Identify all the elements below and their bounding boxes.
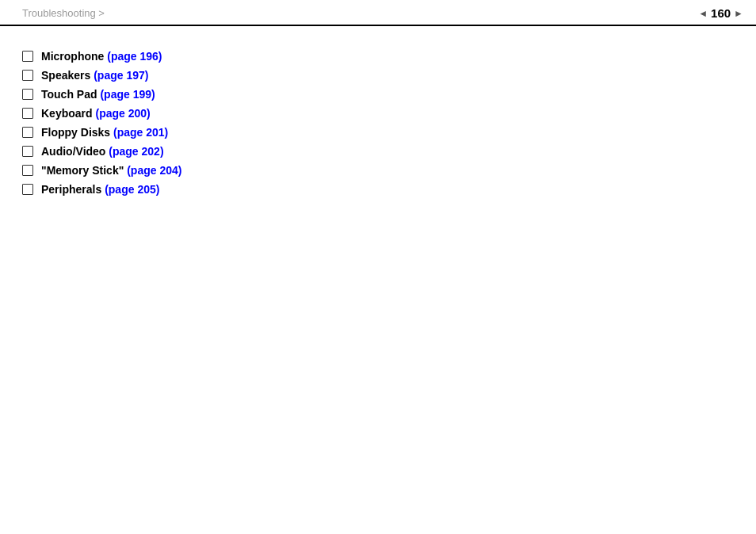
- item-page-link[interactable]: (page 200): [95, 107, 150, 120]
- checkbox-icon: [22, 127, 33, 138]
- item-label: Floppy Disks (page 201): [41, 126, 168, 139]
- item-label: Audio/Video (page 202): [41, 145, 164, 158]
- page-header: Troubleshooting > ◄ 160 ►: [0, 0, 756, 26]
- next-page-arrow-icon: ►: [734, 8, 743, 19]
- list-item: Keyboard (page 200): [22, 107, 734, 120]
- list-item: Speakers (page 197): [22, 69, 734, 82]
- list-item: Floppy Disks (page 201): [22, 126, 734, 139]
- checkbox-icon: [22, 51, 33, 62]
- item-label: Keyboard (page 200): [41, 107, 151, 120]
- list-item: Touch Pad (page 199): [22, 88, 734, 101]
- page-number: 160: [711, 6, 731, 20]
- item-label: Peripherals (page 205): [41, 183, 159, 196]
- item-label: "Memory Stick" (page 204): [41, 164, 181, 177]
- checkbox-icon: [22, 108, 33, 119]
- breadcrumb: Troubleshooting >: [22, 7, 105, 19]
- checkbox-icon: [22, 89, 33, 100]
- list-item: Microphone (page 196): [22, 50, 734, 63]
- item-page-link[interactable]: (page 201): [113, 126, 168, 139]
- checkbox-icon: [22, 165, 33, 176]
- checkbox-icon: [22, 70, 33, 81]
- prev-page-arrow-icon: ◄: [698, 8, 708, 19]
- main-content: Microphone (page 196)Speakers (page 197)…: [0, 26, 756, 212]
- item-label: Touch Pad (page 199): [41, 88, 155, 101]
- checkbox-icon: [22, 146, 33, 157]
- item-page-link[interactable]: (page 202): [109, 145, 163, 158]
- list-item: "Memory Stick" (page 204): [22, 164, 734, 177]
- item-label: Microphone (page 196): [41, 50, 162, 63]
- item-page-link[interactable]: (page 204): [127, 164, 181, 177]
- item-page-link[interactable]: (page 196): [107, 50, 162, 63]
- checkbox-icon: [22, 184, 33, 195]
- item-page-link[interactable]: (page 205): [105, 183, 159, 196]
- list-item: Peripherals (page 205): [22, 183, 734, 196]
- page-number-container: ◄ 160 ►: [698, 6, 743, 20]
- item-page-link[interactable]: (page 197): [94, 69, 148, 82]
- troubleshooting-list: Microphone (page 196)Speakers (page 197)…: [22, 50, 734, 196]
- list-item: Audio/Video (page 202): [22, 145, 734, 158]
- item-label: Speakers (page 197): [41, 69, 148, 82]
- item-page-link[interactable]: (page 199): [100, 88, 155, 101]
